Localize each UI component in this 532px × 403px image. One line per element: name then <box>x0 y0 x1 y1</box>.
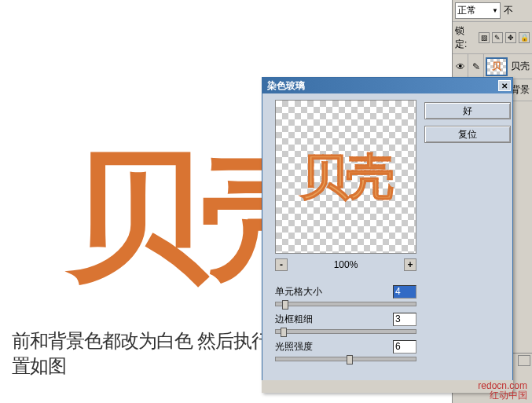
lock-move-icon[interactable]: ✥ <box>505 32 516 43</box>
preview-content: 贝壳 <box>300 144 391 210</box>
border-input[interactable]: 3 <box>393 313 416 326</box>
watermark: redocn.com 红动中国 <box>478 381 527 400</box>
link-toggle[interactable]: ✎ <box>468 54 484 79</box>
dialog-title: 染色玻璃 <box>264 79 305 93</box>
filter-preview[interactable]: 贝壳 <box>275 100 416 254</box>
dialog-titlebar[interactable]: 染色玻璃 ✕ <box>262 78 512 93</box>
visibility-toggle[interactable]: 👁 <box>453 54 468 79</box>
dialog-buttons: 好 复位 <box>424 102 515 149</box>
light-label: 光照强度 <box>275 340 313 354</box>
cell-size-row: 单元格大小 4 <box>275 285 416 299</box>
cell-size-slider[interactable] <box>275 302 416 306</box>
blend-mode-value: 正常 <box>457 4 476 17</box>
lock-paint-icon[interactable]: ✎ <box>492 32 503 43</box>
ok-button[interactable]: 好 <box>424 102 511 119</box>
lock-all-icon[interactable]: 🔒 <box>519 32 530 43</box>
light-slider[interactable] <box>275 357 416 361</box>
light-row: 光照强度 6 <box>275 340 416 354</box>
horizontal-scrollbar[interactable] <box>262 380 513 393</box>
border-label: 边框粗细 <box>275 313 313 326</box>
delete-layer-icon[interactable] <box>518 355 530 366</box>
border-slider[interactable] <box>275 329 416 334</box>
opacity-label: 不 <box>504 4 513 17</box>
lock-label: 锁定: <box>455 24 476 51</box>
lock-transparency-icon[interactable]: ▧ <box>479 32 490 43</box>
light-input[interactable]: 6 <box>393 340 416 354</box>
blend-mode-row: 正常 不 <box>453 0 532 22</box>
blend-mode-select[interactable]: 正常 <box>455 2 501 19</box>
layer-name[interactable]: 贝壳 <box>511 60 530 73</box>
cell-size-input[interactable]: 4 <box>393 285 416 299</box>
reset-button[interactable]: 复位 <box>424 126 511 143</box>
zoom-in-button[interactable]: + <box>404 258 416 271</box>
layer-row-text[interactable]: 👁 ✎ 贝 贝壳 <box>453 54 532 79</box>
zoom-level: 100% <box>334 259 358 270</box>
cell-size-label: 单元格大小 <box>275 285 322 299</box>
border-row: 边框粗细 3 <box>275 313 416 326</box>
zoom-out-button[interactable]: - <box>275 258 288 271</box>
layer-thumbnail[interactable]: 贝 <box>486 57 508 76</box>
layer-name[interactable]: 背景 <box>511 83 530 97</box>
close-button[interactable]: ✕ <box>498 80 511 91</box>
zoom-controls: - 100% + <box>275 258 416 271</box>
lock-row: 锁定: ▧ ✎ ✥ 🔒 <box>453 22 532 54</box>
